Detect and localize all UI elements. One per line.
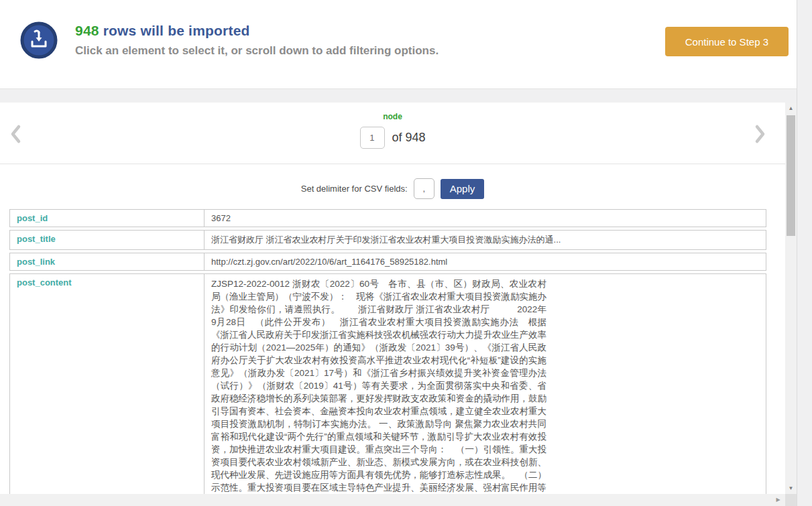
chevron-right-icon bbox=[754, 124, 766, 144]
scroll-down-icon[interactable]: ▼ bbox=[785, 483, 797, 494]
vertical-scrollbar[interactable]: ▲ ▼ bbox=[785, 103, 797, 494]
page-title: 948rows will be imported bbox=[75, 23, 439, 39]
chevron-left-icon bbox=[9, 124, 21, 144]
field-value[interactable]: http://czt.zj.gov.cn/art/2022/10/6/art_1… bbox=[205, 253, 766, 270]
table-row-post-id[interactable]: post_id 3672 bbox=[9, 209, 766, 227]
node-label: node bbox=[359, 112, 425, 121]
field-key[interactable]: post_title bbox=[10, 231, 205, 249]
field-key[interactable]: post_id bbox=[10, 210, 205, 227]
record-field-table: post_id 3672 post_title 浙江省财政厅 浙江省农业农村厅关… bbox=[9, 209, 766, 506]
table-row-post-title[interactable]: post_title 浙江省财政厅 浙江省农业农村厅关于印发浙江省农业农村重大项… bbox=[9, 230, 766, 250]
row-count: 948 bbox=[75, 23, 99, 38]
delimiter-input[interactable] bbox=[414, 178, 434, 199]
row-count-label: rows will be imported bbox=[103, 23, 250, 38]
previous-record-button[interactable] bbox=[9, 124, 21, 147]
page-right-margin bbox=[797, 0, 812, 506]
field-value[interactable]: 浙江省财政厅 浙江省农业农村厅关于印发浙江省农业农村重大项目投资激励实施办法的通… bbox=[205, 231, 766, 249]
next-record-button[interactable] bbox=[754, 124, 766, 147]
field-value[interactable]: ZJSP12-2022-0012 浙财农〔2022〕60号 各市、县（市、区）财… bbox=[205, 274, 766, 506]
field-key[interactable]: post_link bbox=[10, 253, 205, 270]
page-subtitle: Click an element to select it, or scroll… bbox=[75, 44, 439, 58]
field-key[interactable]: post_content bbox=[10, 274, 205, 506]
scroll-right-icon[interactable]: ▶ bbox=[772, 494, 784, 506]
vertical-scrollbar-thumb[interactable] bbox=[787, 115, 795, 236]
continue-step3-button[interactable]: Continue to Step 3 bbox=[665, 27, 789, 56]
pagination-center: node of 948 bbox=[359, 103, 425, 149]
horizontal-scrollbar[interactable]: ▶ bbox=[0, 494, 785, 506]
table-row-post-link[interactable]: post_link http://czt.zj.gov.cn/art/2022/… bbox=[9, 253, 766, 271]
post-content-text: ZJSP12-2022-0012 浙财农〔2022〕60号 各市、县（市、区）财… bbox=[211, 277, 546, 506]
record-pagination: node of 948 bbox=[0, 103, 785, 164]
delimiter-label: Set delimiter for CSV fields: bbox=[301, 184, 408, 194]
import-download-icon bbox=[20, 21, 58, 59]
header-bar: 948rows will be imported Click an elemen… bbox=[0, 0, 812, 89]
record-total-label: of 948 bbox=[392, 131, 425, 145]
scrollbar-corner bbox=[785, 494, 797, 506]
header-text-block: 948rows will be imported Click an elemen… bbox=[75, 23, 439, 58]
csv-delimiter-row: Set delimiter for CSV fields: Apply bbox=[0, 178, 785, 199]
scroll-up-icon[interactable]: ▲ bbox=[785, 103, 797, 114]
apply-delimiter-button[interactable]: Apply bbox=[441, 179, 485, 199]
preview-panel: node of 948 Set delimiter for CSV fields… bbox=[0, 103, 785, 506]
field-value[interactable]: 3672 bbox=[205, 210, 766, 227]
table-row-post-content[interactable]: post_content ZJSP12-2022-0012 浙财农〔2022〕6… bbox=[9, 273, 766, 506]
page-number-input[interactable] bbox=[359, 127, 384, 149]
